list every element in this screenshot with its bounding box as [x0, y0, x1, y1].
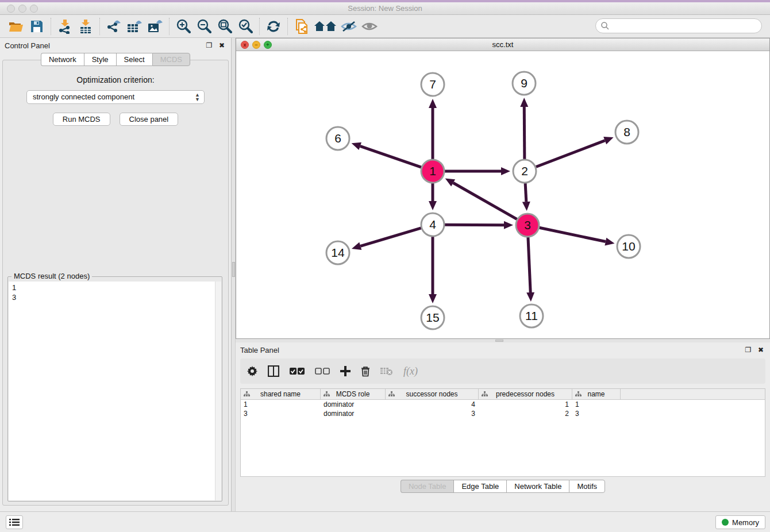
- splitter-handle[interactable]: [232, 262, 235, 277]
- app-titlebar: Session: New Session: [0, 2, 770, 15]
- edge-2-9[interactable]: [524, 107, 525, 159]
- open-session-icon[interactable]: [6, 17, 26, 36]
- network-window-title: scc.txt: [236, 38, 769, 51]
- column-header-successor-nodes[interactable]: successor nodes: [386, 389, 479, 399]
- window-zoom-icon[interactable]: [30, 5, 38, 13]
- splitter-handle[interactable]: [495, 340, 503, 342]
- import-network-icon[interactable]: [55, 17, 75, 36]
- edge-arrowhead: [603, 137, 613, 144]
- add-column-icon[interactable]: [340, 366, 351, 376]
- edge-1-6[interactable]: [360, 146, 421, 167]
- close-panel-icon[interactable]: ✖: [217, 41, 226, 49]
- cell-shared-name: 1: [241, 400, 321, 409]
- tab-style[interactable]: Style: [84, 53, 116, 66]
- edge-arrowhead: [352, 242, 361, 250]
- folder-icon: [9, 20, 24, 33]
- task-history-button[interactable]: [6, 515, 23, 529]
- edge-2-3[interactable]: [525, 183, 526, 202]
- optimization-criterion-label: Optimization criterion:: [3, 75, 228, 84]
- column-header-label: predecessor nodes: [496, 390, 555, 398]
- edge-arrowhead: [522, 202, 530, 211]
- mcds-panel-body: Optimization criterion: strongly connect…: [2, 60, 229, 506]
- node-label-15: 15: [426, 311, 439, 324]
- tab-mcds[interactable]: MCDS: [152, 53, 190, 66]
- network-canvas[interactable]: 1234678910111415: [236, 51, 769, 338]
- network-window-titlebar[interactable]: x − + scc.txt: [236, 38, 769, 51]
- net-maximize-icon[interactable]: +: [264, 41, 272, 49]
- deselect-all-icon[interactable]: [315, 368, 330, 375]
- search-input[interactable]: [595, 18, 762, 33]
- copy-network-view-icon[interactable]: [291, 17, 312, 36]
- delete-column-icon[interactable]: [361, 366, 370, 377]
- node-label-10: 10: [622, 240, 635, 253]
- node-label-1: 1: [429, 164, 436, 178]
- edge-3-10[interactable]: [540, 228, 606, 241]
- tab-motifs[interactable]: Motifs: [569, 480, 605, 493]
- toolbar-separator: [51, 18, 51, 35]
- table-row[interactable]: 3dominator323: [241, 409, 765, 418]
- close-panel-button[interactable]: Close panel: [120, 113, 179, 126]
- apply-layout-icon[interactable]: [263, 17, 284, 36]
- run-mcds-button[interactable]: Run MCDS: [53, 113, 110, 126]
- node-label-3: 3: [524, 218, 531, 232]
- show-graphics-icon[interactable]: [359, 17, 380, 36]
- zoom-fit-icon[interactable]: [214, 17, 235, 36]
- select-all-icon[interactable]: [290, 368, 305, 375]
- export-image-icon[interactable]: [145, 17, 165, 36]
- memory-button[interactable]: Memory: [715, 515, 765, 529]
- column-header-label: successor nodes: [406, 390, 457, 398]
- import-table-icon[interactable]: [75, 17, 96, 36]
- result-scrollbar[interactable]: [215, 282, 221, 500]
- table-panel: Table Panel ❐ ✖ f(x) shared nameMCDS rol…: [236, 342, 770, 511]
- edge-4-3[interactable]: [445, 225, 504, 225]
- table-row[interactable]: 1dominator411: [241, 400, 765, 409]
- tab-select[interactable]: Select: [116, 53, 152, 66]
- function-builder-icon: f(x): [403, 365, 418, 377]
- optimization-criterion-select[interactable]: strongly connected component ▲▼: [26, 90, 205, 104]
- edge-4-14[interactable]: [360, 228, 421, 246]
- column-header-label: name: [587, 390, 605, 398]
- tab-node-table[interactable]: Node Table: [401, 480, 454, 493]
- node-table-grid: shared nameMCDS rolesuccessor nodesprede…: [240, 388, 765, 477]
- show-columns-icon[interactable]: [268, 365, 279, 377]
- edge-2-8[interactable]: [536, 141, 605, 167]
- window-close-icon[interactable]: [7, 5, 15, 13]
- status-bar: Memory: [0, 511, 770, 532]
- close-panel-icon[interactable]: ✖: [756, 346, 765, 354]
- memory-status-icon: [722, 519, 729, 526]
- select-stepper-icon: ▲▼: [195, 92, 200, 102]
- zoom-in-icon[interactable]: [173, 17, 194, 36]
- edge-arrowhead: [429, 294, 437, 303]
- float-panel-icon[interactable]: ❐: [744, 346, 753, 354]
- window-minimize-icon[interactable]: [18, 5, 26, 13]
- node-label-8: 8: [623, 125, 630, 138]
- cell-name: 1: [572, 400, 621, 409]
- mcds-result-text[interactable]: 1 3: [9, 282, 221, 500]
- net-close-icon[interactable]: x: [241, 41, 249, 49]
- zoom-selected-icon[interactable]: [235, 17, 256, 36]
- column-header-shared-name[interactable]: shared name: [241, 389, 321, 399]
- column-header-predecessor-nodes[interactable]: predecessor nodes: [479, 389, 572, 399]
- list-icon: [9, 518, 20, 526]
- float-panel-icon[interactable]: ❐: [205, 41, 214, 49]
- table-settings-gear-icon[interactable]: [247, 366, 257, 376]
- tab-edge-table[interactable]: Edge Table: [453, 480, 506, 493]
- edge-3-1[interactable]: [453, 183, 517, 219]
- tab-network[interactable]: Network: [41, 53, 84, 66]
- net-minimize-icon[interactable]: −: [252, 41, 260, 49]
- toolbar-separator: [169, 18, 170, 35]
- zoom-out-icon[interactable]: [194, 17, 214, 36]
- tab-network-table[interactable]: Network Table: [506, 480, 569, 493]
- hide-graphics-icon[interactable]: [338, 17, 359, 36]
- edge-3-11[interactable]: [528, 237, 530, 292]
- mcds-result-group: MCDS result (2 nodes) 1 3: [7, 276, 222, 502]
- export-network-icon[interactable]: [103, 17, 124, 36]
- save-session-icon[interactable]: [26, 17, 47, 36]
- edge-arrowhead: [605, 238, 614, 246]
- export-table-icon[interactable]: [124, 17, 145, 36]
- column-header-MCDS-role[interactable]: MCDS role: [321, 389, 386, 399]
- home-icon[interactable]: [312, 17, 338, 36]
- edge-arrowhead: [526, 292, 534, 302]
- column-header-name[interactable]: name: [572, 389, 621, 399]
- vertical-splitter[interactable]: [231, 38, 236, 511]
